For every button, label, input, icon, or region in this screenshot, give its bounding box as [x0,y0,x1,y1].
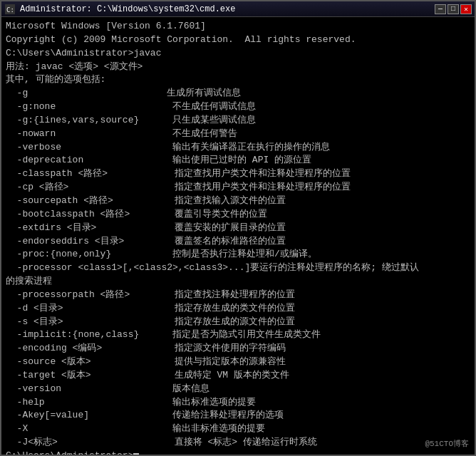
cmd-icon: C: [4,4,16,15]
svg-text:C:: C: [6,6,14,14]
console-line: -d <目录> 指定存放生成的类文件的位置 [6,302,470,316]
console-line: -sourcepath <路径> 指定查找输入源文件的位置 [6,195,470,208]
console-line: -extdirs <目录> 覆盖安装的扩展目录的位置 [6,222,470,235]
console-line: -X 输出非标准选项的提要 [6,423,470,436]
console-line: C:\Users\Administrator> [6,450,470,455]
console-line: -J<标志> 直接将 <标志> 传递给运行时系统 [6,436,470,450]
console-line: 其中, 可能的选项包括: [6,73,470,87]
console-line: -endorseddirs <目录> 覆盖签名的标准路径的位置 [6,235,470,249]
title-bar-controls: — □ ✕ [435,4,472,14]
console-line: -cp <路径> 指定查找用户类文件和注释处理程序的位置 [6,181,470,195]
console-line: -processor <class1>[,<class2>,<class3>..… [6,261,470,275]
console-line: -s <目录> 指定存放生成的源文件的位置 [6,316,470,329]
console-line: -source <版本> 提供与指定版本的源兼容性 [6,356,470,369]
maximize-button[interactable]: □ [447,4,459,14]
console-line: -encoding <编码> 指定源文件使用的字符编码 [6,342,470,356]
console-line: -target <版本> 生成特定 VM 版本的类文件 [6,369,470,383]
console-line: -g 生成所有调试信息 [6,87,470,100]
console-line: 的搜索进程 [6,275,470,289]
console-line: -proc:{none,only} 控制是否执行注释处理和/或编译。 [6,248,470,261]
console-line: -deprecation 输出使用已过时的 API 的源位置 [6,154,470,167]
console-line: -Akey[=value] 传递给注释处理程序的选项 [6,409,470,423]
console-line: Copyright (c) 2009 Microsoft Corporation… [6,33,470,47]
console-line: -processorpath <路径> 指定查找注释处理程序的位置 [6,289,470,302]
console-line: Microsoft Windows [Version 6.1.7601] [6,20,470,33]
console-line: -version 版本信息 [6,383,470,396]
console-line: -nowarn 不生成任何警告 [6,128,470,141]
close-button[interactable]: ✕ [460,4,472,14]
watermark: @51CTO博客 [425,438,469,449]
console-line: 用法: javac <选项> <源文件> [6,61,470,74]
console-line: -bootclasspath <路径> 覆盖引导类文件的位置 [6,208,470,222]
cursor [133,453,139,455]
console-line: -help 输出标准选项的提要 [6,396,470,410]
title-bar-left: C: Administrator: C:\Windows\system32\cm… [4,4,235,15]
console-line: -classpath <路径> 指定查找用户类文件和注释处理程序的位置 [6,167,470,181]
console-line: C:\Users\Administrator>javac [6,47,470,61]
window-title: Administrator: C:\Windows\system32\cmd.e… [20,4,235,14]
title-bar: C: Administrator: C:\Windows\system32\cm… [1,1,475,17]
minimize-button[interactable]: — [435,4,446,14]
console-line: -verbose 输出有关编译器正在执行的操作的消息 [6,141,470,155]
console-line: -g:none 不生成任何调试信息 [6,100,470,114]
cmd-window: C: Administrator: C:\Windows\system32\cm… [0,0,476,456]
console-line: -implicit:{none,class} 指定是否为隐式引用文件生成类文件 [6,328,470,342]
console-body[interactable]: Microsoft Windows [Version 6.1.7601]Copy… [1,17,475,455]
console-line: -g:{lines,vars,source} 只生成某些调试信息 [6,114,470,128]
